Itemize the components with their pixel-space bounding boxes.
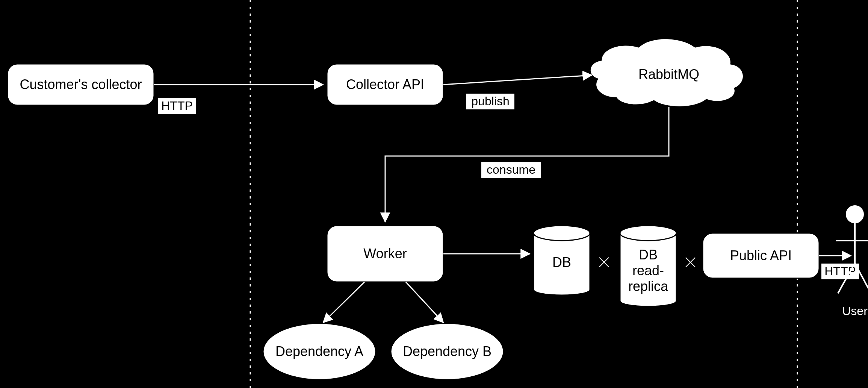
svg-point-3 xyxy=(534,226,590,241)
node-rabbitmq: RabbitMQ xyxy=(590,39,743,107)
svg-point-4 xyxy=(620,226,676,241)
node-db-label: DB xyxy=(552,255,571,270)
node-public-api: Public API xyxy=(703,233,819,278)
svg-point-20 xyxy=(847,206,863,223)
node-dependency-b: Dependency B xyxy=(391,323,504,380)
svg-text:consume: consume xyxy=(487,163,535,176)
svg-text:publish: publish xyxy=(471,94,509,108)
node-customer-collector-label: Customer's collector xyxy=(20,77,142,92)
node-public-api-label: Public API xyxy=(730,248,792,263)
svg-text:HTTP: HTTP xyxy=(824,264,856,278)
svg-text:HTTP: HTTP xyxy=(161,99,193,112)
node-db: DB xyxy=(534,226,590,295)
node-db-replica: DB read- replica xyxy=(620,226,676,306)
actor-user-label: User xyxy=(842,304,868,318)
node-collector-api-label: Collector API xyxy=(346,77,424,92)
actor-user xyxy=(836,206,868,293)
edge-replica-to-publicapi xyxy=(686,258,695,267)
architecture-diagram: Customer's collector Collector API Rabbi… xyxy=(0,0,868,388)
node-dependency-b-label: Dependency B xyxy=(403,344,491,359)
node-dependency-a: Dependency A xyxy=(263,323,376,380)
edge-worker-to-dep-b xyxy=(406,282,443,323)
edge-worker-to-dep-a xyxy=(323,282,364,323)
node-collector-api: Collector API xyxy=(327,64,443,105)
node-customer-collector: Customer's collector xyxy=(8,64,154,105)
node-dependency-a-label: Dependency A xyxy=(275,344,363,359)
node-db-replica-label-2: read- xyxy=(632,263,664,278)
edge-label-publish: publish xyxy=(466,93,515,110)
edge-label-consume: consume xyxy=(481,162,541,178)
node-worker: Worker xyxy=(327,226,443,282)
node-db-replica-label-3: replica xyxy=(628,279,668,294)
edge-label-http-1: HTTP xyxy=(158,98,196,114)
node-db-replica-label-1: DB xyxy=(639,247,658,262)
edge-collector-to-rabbitmq xyxy=(443,75,592,85)
node-rabbitmq-label: RabbitMQ xyxy=(638,67,699,82)
edge-db-to-replica xyxy=(599,258,609,267)
node-worker-label: Worker xyxy=(363,246,407,261)
